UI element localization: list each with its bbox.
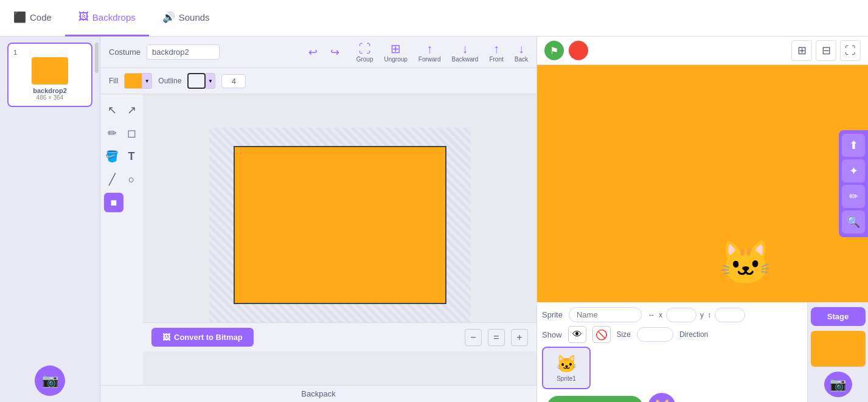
brush-fab[interactable]: ✏ — [842, 185, 865, 208]
canvas-area[interactable]: 🖼 Convert to Bitmap − = + — [143, 94, 536, 385]
canvas-rect — [234, 146, 446, 304]
show-hidden-button[interactable]: 🚫 — [592, 326, 611, 343]
y-coord-input[interactable] — [715, 308, 745, 322]
canvas-background — [209, 128, 471, 322]
search-fab[interactable]: 🔍 — [842, 210, 865, 234]
tab-code[interactable]: ⬛ Code — [0, 0, 65, 36]
sprite-name-input[interactable] — [569, 307, 642, 322]
scroll-bar[interactable] — [95, 43, 99, 73]
group-btn[interactable]: ⛶ Group — [356, 42, 373, 63]
front-btn[interactable]: ↑ Front — [489, 42, 503, 63]
outline-color-dropdown[interactable]: ▼ — [206, 73, 215, 89]
circle-tool[interactable]: ○ — [123, 170, 139, 189]
cat-sprite-icon: 🐱 — [556, 354, 577, 374]
green-flag-button[interactable]: ⚑ — [544, 41, 564, 60]
zoom-reset-button[interactable]: = — [488, 329, 505, 346]
stage-backdrop-thumbnail[interactable] — [811, 331, 866, 367]
backdrop-add-icon: 📷 — [830, 376, 846, 392]
vector-toolbar: ⛶ Group ⊞ Ungroup ↑ Forward ↓ Backward ↑ — [356, 41, 528, 63]
fill-color-swatch[interactable] — [124, 73, 142, 89]
cat-sprite: 🐱 — [719, 241, 772, 284]
rect-tool[interactable]: ■ — [104, 193, 123, 212]
outline-value-input[interactable] — [221, 74, 246, 88]
canvas-bottom-bar: 🖼 Convert to Bitmap − = + — [143, 322, 536, 352]
forward-btn[interactable]: ↑ Forward — [418, 42, 441, 63]
cat-face-button[interactable]: 🐱 — [648, 393, 676, 402]
x-arrow-icon: ↔ — [648, 311, 655, 319]
backward-label: Backward — [452, 56, 479, 63]
back-label: Back — [515, 56, 528, 63]
list-item[interactable]: 🐱 Sprite1 — [542, 347, 591, 389]
fill-color-dropdown[interactable]: ▼ — [142, 73, 152, 89]
backward-icon: ↓ — [462, 42, 468, 56]
backpack-label: Backpack — [301, 389, 335, 398]
small-stage-button[interactable]: ⊞ — [791, 40, 812, 61]
costume-header: Costume ↩ ↪ ⛶ Group ⊞ Ungroup ↑ Forward — [100, 36, 536, 68]
sprite-info-bar: Sprite ↔ x y ↕ — [542, 307, 802, 322]
cat-face-icon: 🐱 — [654, 399, 670, 402]
eraser-tool[interactable]: ◻ — [123, 123, 139, 143]
sprite-coords: ↔ x y ↕ — [648, 308, 745, 322]
line-tool[interactable]: ╱ — [104, 170, 120, 189]
zoom-out-button[interactable]: − — [465, 329, 482, 346]
stage-background: 🐱 — [537, 65, 868, 302]
redo-button[interactable]: ↪ — [326, 43, 344, 61]
x-coord-input[interactable] — [666, 308, 696, 322]
forward-label: Forward — [418, 56, 441, 63]
front-icon: ↑ — [493, 42, 499, 56]
y-arrow-icon: ↕ — [707, 311, 711, 319]
direction-label: Direction — [679, 330, 708, 339]
backdrop-add-button[interactable]: 📷 — [824, 372, 852, 397]
stage-tab-area: Stage 📷 — [807, 302, 868, 402]
convert-to-bitmap-button[interactable]: 🖼 Convert to Bitmap — [151, 328, 254, 347]
costume-item[interactable]: 1 backdrop2 486 × 364 — [7, 43, 92, 107]
tab-sounds[interactable]: 🔊 Sounds — [149, 0, 223, 36]
main-layout: 1 backdrop2 486 × 364 📷 Costume ↩ ↪ ⛶ Gr… — [0, 36, 868, 402]
large-stage-button[interactable]: ⊟ — [816, 40, 836, 61]
costume-thumbnail — [32, 57, 68, 85]
stage-controls: ⚑ — [544, 41, 588, 60]
tools-row-2: ✏ ◻ — [104, 123, 139, 143]
y-label: y — [700, 311, 704, 319]
tab-backdrops[interactable]: 🖼 Backdrops — [65, 0, 149, 36]
backpack-bar[interactable]: Backpack — [100, 385, 536, 402]
stage-section: ⚑ ⊞ ⊟ ⛶ 🐱 ⬆ ✦ ✏ 🔍 — [536, 36, 868, 402]
stage-top-bar: ⚑ ⊞ ⊟ ⛶ — [537, 36, 868, 65]
ungroup-btn[interactable]: ⊞ Ungroup — [384, 41, 407, 63]
back-btn[interactable]: ↓ Back — [515, 42, 528, 63]
choose-sprite-button[interactable]: Choose a Sprite — [547, 396, 643, 403]
show-label: Show — [542, 330, 562, 339]
stage-canvas: 🐱 ⬆ ✦ ✏ 🔍 — [537, 65, 868, 302]
fab-panel: ⬆ ✦ ✏ 🔍 — [839, 130, 868, 237]
size-input[interactable] — [637, 327, 673, 342]
view-buttons: ⊞ ⊟ ⛶ — [791, 40, 861, 61]
tab-backdrops-label: Backdrops — [92, 12, 136, 23]
back-icon: ↓ — [518, 42, 524, 56]
add-backdrop-button[interactable]: 📷 — [35, 366, 65, 396]
tab-sounds-label: Sounds — [179, 12, 210, 23]
costume-name-input[interactable] — [147, 44, 220, 60]
upload-fab[interactable]: ⬆ — [842, 134, 865, 157]
fullscreen-button[interactable]: ⛶ — [840, 40, 861, 61]
costume-label: Costume — [109, 47, 141, 57]
fill-outline-bar: Fill ▼ Outline ▼ — [100, 68, 536, 94]
costume-num: 1 — [13, 49, 17, 56]
sparkle-fab[interactable]: ✦ — [842, 159, 865, 182]
brush-tool[interactable]: ✏ — [104, 123, 120, 143]
fill-tool[interactable]: 🪣 — [104, 147, 120, 166]
text-tool[interactable]: T — [123, 147, 139, 166]
stop-button[interactable] — [569, 41, 588, 60]
stage-tab-button[interactable]: Stage — [811, 307, 866, 326]
select-tool[interactable]: ↖ — [104, 100, 120, 120]
group-label: Group — [356, 56, 373, 63]
tools-row-4: ╱ ○ — [104, 170, 139, 189]
zoom-in-button[interactable]: + — [511, 329, 528, 346]
tab-code-label: Code — [30, 12, 52, 23]
reshape-tool[interactable]: ↗ — [123, 100, 139, 120]
outline-color-swatch[interactable] — [187, 73, 206, 89]
editor-area: Costume ↩ ↪ ⛶ Group ⊞ Ungroup ↑ Forward — [100, 36, 536, 402]
backward-btn[interactable]: ↓ Backward — [452, 42, 479, 63]
show-visible-button[interactable]: 👁 — [568, 326, 586, 343]
undo-button[interactable]: ↩ — [304, 43, 322, 61]
convert-label: Convert to Bitmap — [174, 333, 243, 342]
